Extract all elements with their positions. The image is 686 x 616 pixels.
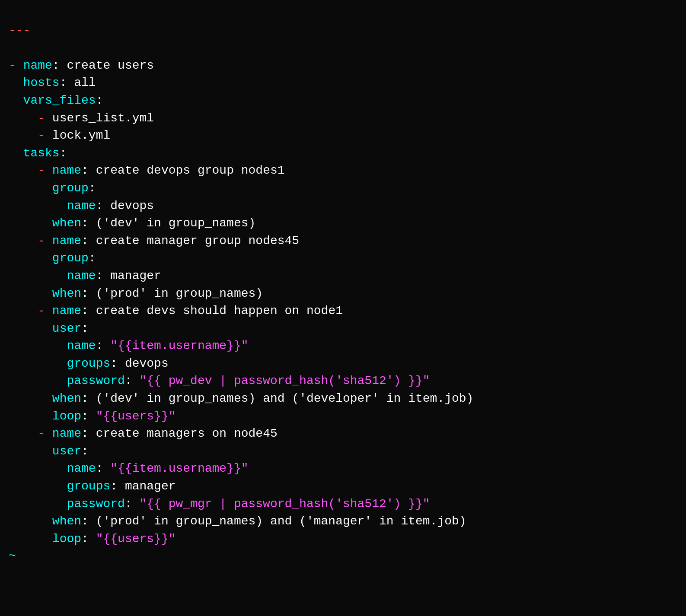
tilde-end: ~ (9, 549, 16, 563)
value-vars-2: lock.yml (52, 129, 110, 142)
key-loop-2: loop (52, 532, 81, 546)
separator-line: --- (9, 24, 30, 37)
key-loop-1: loop (52, 410, 81, 423)
dash-task-4: - (38, 427, 45, 440)
key-name-task-3: name (52, 304, 81, 318)
value-groups-1: devops (125, 357, 169, 370)
dash-task-3: - (38, 304, 45, 318)
key-vars-files: vars_files (23, 94, 96, 107)
key-user-2: user (52, 445, 81, 458)
key-user-name-1: name (67, 339, 96, 352)
key-name-task-4: name (52, 427, 81, 440)
key-name-1: name (23, 59, 52, 72)
key-when-1: when (52, 216, 81, 230)
dash-vars-1: - (38, 111, 45, 125)
value-password-2: "{{ pw_mgr | password_hash('sha512') }}" (139, 497, 430, 511)
key-name-task-2: name (52, 234, 81, 248)
key-when-3: when (52, 392, 81, 405)
value-password-1: "{{ pw_dev | password_hash('sha512') }}" (139, 374, 430, 387)
key-group-1: group (52, 181, 89, 195)
value-when-1: ('dev' in group_names) (96, 216, 256, 230)
code-editor: --- - name: create users hosts: all vars… (9, 4, 686, 565)
value-when-4: ('prod' in group_names) and ('manager' i… (96, 514, 466, 528)
value-user-name-2: "{{item.username}}" (110, 462, 248, 475)
dash-task-1: - (38, 164, 45, 177)
value-loop-1: "{{users}}" (96, 410, 176, 423)
value-group-name-1: devops (110, 199, 154, 213)
key-tasks: tasks (23, 146, 60, 160)
key-when-2: when (52, 287, 81, 300)
value-groups-2: manager (125, 479, 176, 493)
key-groups-2: groups (67, 479, 110, 493)
value-name-task-1: create devops group nodes1 (96, 164, 285, 177)
value-name-task-3: create devs should happen on node1 (96, 304, 343, 318)
key-user-name-2: name (67, 462, 96, 475)
value-name-1: create users (67, 59, 154, 72)
dash-task-2: - (38, 234, 45, 248)
key-hosts: hosts (23, 76, 60, 89)
key-groups-1: groups (67, 357, 110, 370)
value-group-name-2: manager (110, 269, 161, 283)
key-password-2: password (67, 497, 124, 511)
key-group-name-1: name (67, 199, 96, 213)
value-vars-1: users_list.yml (52, 111, 154, 125)
key-group-name-2: name (67, 269, 96, 283)
dash-vars-2: - (38, 129, 45, 142)
value-when-3: ('dev' in group_names) and ('developer' … (96, 392, 474, 405)
value-name-task-4: create managers on node45 (96, 427, 278, 440)
value-hosts: all (74, 76, 96, 89)
key-user-1: user (52, 322, 81, 335)
key-name-task-1: name (52, 164, 81, 177)
value-name-task-2: create manager group nodes45 (96, 234, 299, 248)
key-group-2: group (52, 251, 89, 265)
key-password-1: password (67, 374, 124, 387)
key-when-4: when (52, 514, 81, 528)
value-loop-2: "{{users}}" (96, 532, 176, 546)
dash-1: - (9, 59, 16, 72)
value-user-name-1: "{{item.username}}" (110, 339, 248, 352)
value-when-2: ('prod' in group_names) (96, 287, 263, 300)
